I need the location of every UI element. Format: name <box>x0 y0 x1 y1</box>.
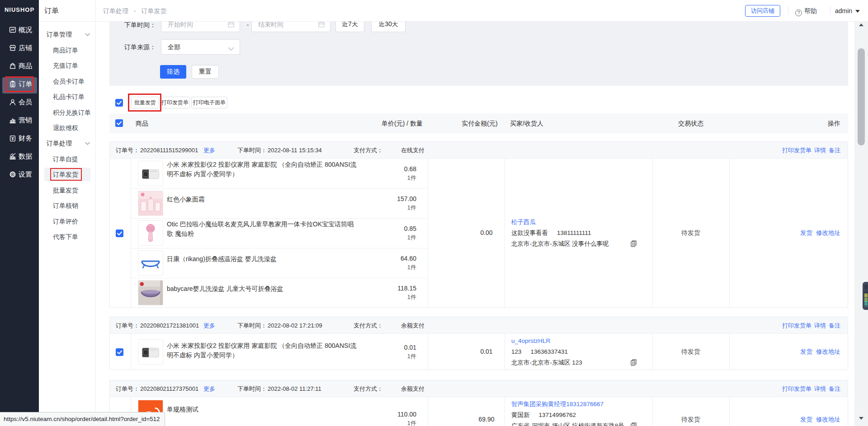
scrollbar-thumb[interactable] <box>858 48 865 145</box>
print-invoice-link[interactable]: 打印发货单 <box>782 322 811 329</box>
visit-shop-button[interactable]: 访问店铺 <box>745 5 780 17</box>
remark-link[interactable]: 备注 <box>829 385 840 392</box>
product-price: 110.00 <box>362 410 416 419</box>
sidebar-item-充值订单[interactable]: 充值订单 <box>53 60 78 71</box>
calendar-icon <box>228 22 234 28</box>
product-name: 小米 米家投影仪2 投影仪家用 家庭影院 （全向自动矫正 800ANSI流明不虚… <box>167 160 370 179</box>
sidebar-item-礼品卡订单[interactable]: 礼品卡订单 <box>53 91 85 102</box>
sidebar-item-数据[interactable]: 数据 <box>0 147 39 165</box>
help-menu[interactable]: ?帮助 <box>795 0 817 22</box>
sidebar-item-订单[interactable]: 订单 <box>0 75 39 93</box>
print-invoice-link[interactable]: 打印发货单 <box>782 385 811 392</box>
remark-link[interactable]: 备注 <box>829 322 840 329</box>
buyer-nickname-link[interactable]: 智声集团采购黄经理18312876667 <box>511 401 604 407</box>
sidebar-item-label: 营销 <box>19 111 32 129</box>
edit-address-link[interactable]: 修改地址 <box>816 348 840 355</box>
product-image-microphone-pink <box>138 220 163 246</box>
filter-submit-button[interactable]: 筛选 <box>160 65 186 79</box>
scrollbar[interactable] <box>854 22 868 426</box>
sidebar-item-退款维权[interactable]: 退款维权 <box>53 122 78 133</box>
copy-address-icon[interactable] <box>631 359 637 366</box>
receiver-phone: 13811111111 <box>557 229 591 236</box>
buyer-cell: u_4oprstzHLR12313636337431北京市-北京市-东城区 12… <box>511 336 660 368</box>
detail-link[interactable]: 详情 <box>814 147 826 154</box>
buyer-nickname-link[interactable]: 松子西瓜 <box>511 219 536 225</box>
print-invoice-link[interactable]: 打印发货单 <box>782 147 811 154</box>
sidebar-item-商品[interactable]: 商品 <box>0 57 39 75</box>
sidebar-item-订单自提[interactable]: 订单自提 <box>53 154 78 164</box>
receiver-address: 广东省-深圳市-坪山区 坑梓街道新东路8号 <box>511 421 660 426</box>
breadcrumb-section[interactable]: 订单处理 <box>103 7 128 14</box>
end-time-input[interactable]: 结束时间 <box>251 22 330 32</box>
order-no-label: 订单号： <box>116 142 139 159</box>
sidebar-group-订单处理[interactable]: 订单处理 <box>47 138 72 149</box>
product-price: 0.01 <box>362 343 416 352</box>
ship-link[interactable]: 发货 <box>800 416 812 423</box>
copy-address-icon[interactable] <box>631 240 637 247</box>
product-name: 小米 米家投影仪2 投影仪家用 家庭影院 （全向自动矫正 800ANSI流明不虚… <box>167 341 370 360</box>
sidebar-group-订单管理[interactable]: 订单管理 <box>47 29 72 40</box>
print-invoice-button[interactable]: 打印发货单 <box>160 97 190 108</box>
user-name: admin <box>835 7 852 14</box>
sidebar-item-label: 设置 <box>19 165 32 183</box>
more-link[interactable]: 更多 <box>203 380 215 397</box>
buyer-nickname-link[interactable]: u_4oprstzHLR <box>511 337 550 344</box>
product-price-qty: 64.601件 <box>362 254 416 272</box>
sidebar-item-批量发货[interactable]: 批量发货 <box>53 185 78 196</box>
order-source-label: 订单来源： <box>102 39 156 55</box>
sidebar-item-会员[interactable]: 会员 <box>0 93 39 111</box>
pay-type-label: 支付方式： <box>354 317 383 334</box>
sidebar-item-订单发货[interactable]: 订单发货 <box>53 169 78 180</box>
sidebar-item-订单评价[interactable]: 订单评价 <box>53 216 78 227</box>
product-row-border <box>131 278 428 278</box>
sidebar-item-代客下单[interactable]: 代客下单 <box>53 231 78 242</box>
last-7-days-button[interactable]: 近7天 <box>335 22 364 32</box>
print-e-sheet-button[interactable]: 打印电子面单 <box>191 97 227 108</box>
more-link[interactable]: 更多 <box>203 142 215 159</box>
sidebar-item-店铺[interactable]: 店铺 <box>0 39 39 57</box>
receiver-line: 这款没事看看13811111111 <box>511 228 660 239</box>
dashboard-icon <box>9 26 16 33</box>
edit-address-link[interactable]: 修改地址 <box>816 229 840 236</box>
order-bar-links: 打印发货单详情备注 <box>779 317 840 334</box>
receiver-address: 北京市-北京市-东城区 123 <box>511 357 660 368</box>
order-time-label: 下单时间： <box>237 317 267 334</box>
start-time-input[interactable]: 开始时间 <box>161 22 240 32</box>
order-select-checkbox[interactable] <box>116 348 123 356</box>
order-actions: 发货修改地址 <box>797 348 840 356</box>
more-link[interactable]: 更多 <box>203 317 215 334</box>
paid-amount: 0.00 <box>464 229 509 236</box>
scroll-up-arrow-icon[interactable] <box>859 23 863 26</box>
user-menu[interactable]: admin <box>835 0 860 22</box>
sidebar-item-积分兑换订单[interactable]: 积分兑换订单 <box>53 107 91 118</box>
copy-address-icon[interactable] <box>631 422 637 426</box>
detail-link[interactable]: 详情 <box>814 322 826 329</box>
detail-link[interactable]: 详情 <box>814 385 826 392</box>
level-segment <box>864 298 868 301</box>
ship-link[interactable]: 发货 <box>800 348 812 355</box>
select-all-checkbox[interactable] <box>115 99 123 107</box>
filter-reset-button[interactable]: 重置 <box>192 65 219 79</box>
product-qty: 1件 <box>362 233 416 242</box>
sidebar-item-设置[interactable]: 设置 <box>0 165 39 183</box>
paid-amount: 69.90 <box>464 416 509 423</box>
sidebar-item-会员卡订单[interactable]: 会员卡订单 <box>53 76 85 87</box>
sidebar-item-订单核销[interactable]: 订单核销 <box>53 200 78 211</box>
column-border <box>729 397 730 426</box>
sidebar-item-概况[interactable]: 概况 <box>0 21 39 39</box>
order-source-select[interactable]: 全部 <box>161 39 240 55</box>
ship-link[interactable]: 发货 <box>800 229 812 236</box>
remark-link[interactable]: 备注 <box>829 147 840 154</box>
sidebar-item-财务[interactable]: 财务 <box>0 129 39 147</box>
sidebar-item-营销[interactable]: 营销 <box>0 111 39 129</box>
order-no-label: 订单号： <box>116 380 139 397</box>
last-30-days-button[interactable]: 近30天 <box>371 22 406 32</box>
order-select-checkbox[interactable] <box>116 229 123 237</box>
receiver-address: 北京市-北京市-东城区 没事什么事呢 <box>511 239 660 249</box>
edit-address-link[interactable]: 修改地址 <box>816 416 840 423</box>
header-select-all-checkbox[interactable] <box>115 119 123 127</box>
product-qty: 1件 <box>362 352 416 360</box>
scroll-down-arrow-icon[interactable] <box>859 417 863 420</box>
batch-ship-button[interactable]: 批量发货 <box>131 97 159 108</box>
sidebar-item-商品订单[interactable]: 商品订单 <box>53 45 78 56</box>
